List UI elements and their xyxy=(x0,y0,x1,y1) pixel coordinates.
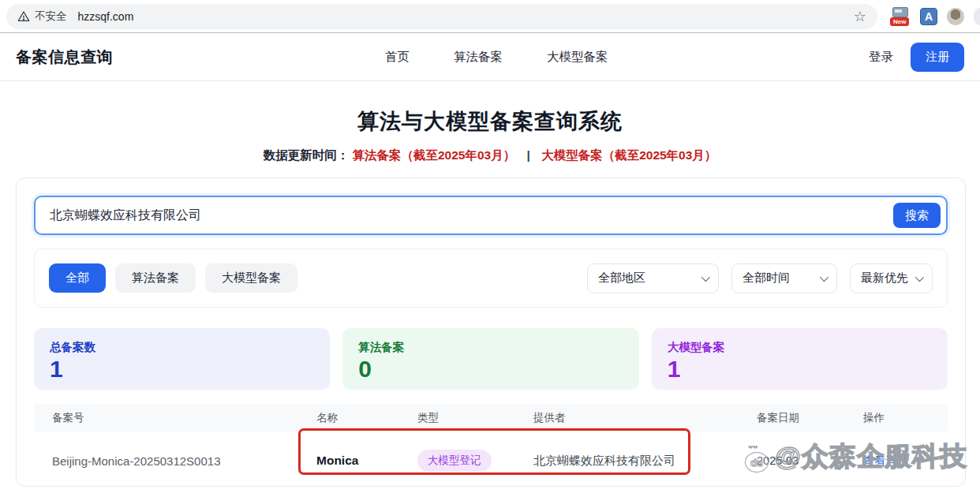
type-badge: 大模型登记 xyxy=(417,450,492,472)
region-dropdown[interactable]: 全部地区 xyxy=(587,263,719,293)
col-header-type: 类型 xyxy=(417,411,533,425)
stat-algorithm-value: 0 xyxy=(358,356,623,382)
time-dropdown-value: 全部时间 xyxy=(742,271,790,286)
security-label: 不安全 xyxy=(35,9,67,24)
hero-section: 算法与大模型备案查询系统 数据更新时间： 算法备案（截至2025年03月） | … xyxy=(0,81,980,164)
extension-a-icon[interactable]: A xyxy=(920,8,937,25)
cell-type: 大模型登记 xyxy=(417,450,533,472)
cell-date: 2025-03 xyxy=(757,454,863,467)
cell-provider: 北京蝴蝶效应科技有限公司 xyxy=(533,454,757,469)
nav-item-algorithm[interactable]: 算法备案 xyxy=(454,49,503,65)
filter-dropdowns: 全部地区 全部时间 最新优先 xyxy=(587,263,933,293)
extension-area: New A xyxy=(890,7,977,26)
nav-item-home[interactable]: 首页 xyxy=(385,49,410,65)
warning-icon xyxy=(17,10,30,23)
stat-total-label: 总备案数 xyxy=(50,340,314,355)
cell-record-id: Beijing-Monica-20250312S0013 xyxy=(34,454,316,468)
stat-algorithm-label: 算法备案 xyxy=(358,340,623,355)
col-header-id: 备案号 xyxy=(34,411,316,425)
tab-all[interactable]: 全部 xyxy=(49,263,106,293)
category-tabs: 全部 算法备案 大模型备案 xyxy=(49,263,297,293)
header-actions: 登录 注册 xyxy=(869,43,964,72)
site-logo[interactable]: 备案信息查询 xyxy=(16,47,113,68)
bookmark-star-icon[interactable]: ☆ xyxy=(854,8,866,25)
address-bar[interactable]: 不安全 hzzsqf.com ☆ xyxy=(6,4,877,29)
query-card: 北京蝴蝶效应科技有限公司 搜索 全部 算法备案 大模型备案 全部地区 全部时间 … xyxy=(16,177,966,487)
col-header-name: 名称 xyxy=(316,411,417,425)
stat-total-value: 1 xyxy=(50,356,314,382)
security-chip[interactable]: 不安全 xyxy=(17,9,67,24)
main-nav: 首页 算法备案 大模型备案 xyxy=(385,49,608,65)
stat-model: 大模型备案 1 xyxy=(652,328,948,390)
stats-row: 总备案数 1 算法备案 0 大模型备案 1 xyxy=(34,328,948,390)
stat-model-value: 1 xyxy=(668,356,932,382)
chevron-down-icon xyxy=(820,272,829,281)
table-header-row: 备案号 名称 类型 提供者 备案日期 操作 xyxy=(34,404,948,432)
page-title: 算法与大模型备案查询系统 xyxy=(0,107,980,136)
chevron-down-icon xyxy=(915,272,924,281)
login-link[interactable]: 登录 xyxy=(869,49,893,65)
nav-item-model[interactable]: 大模型备案 xyxy=(547,49,608,65)
search-button[interactable]: 搜索 xyxy=(893,203,941,228)
col-header-action: 操作 xyxy=(863,411,948,425)
filter-bar: 全部 算法备案 大模型备案 全部地区 全部时间 最新优先 xyxy=(34,248,948,308)
extension-new-icon[interactable]: New xyxy=(890,7,911,26)
results-table: 备案号 名称 类型 提供者 备案日期 操作 Beijing-Monica-202… xyxy=(34,404,948,489)
register-button[interactable]: 注册 xyxy=(911,43,964,72)
stat-total: 总备案数 1 xyxy=(34,328,330,390)
table-row: Beijing-Monica-20250312S0013 Monica 大模型登… xyxy=(34,432,948,489)
new-badge: New xyxy=(890,17,909,26)
tab-model[interactable]: 大模型备案 xyxy=(205,263,297,293)
edge-icon xyxy=(974,8,980,25)
extension-card-glyph xyxy=(892,7,908,17)
cell-name: Monica xyxy=(316,454,417,468)
search-input[interactable]: 北京蝴蝶效应科技有限公司 搜索 xyxy=(34,196,948,235)
sort-dropdown[interactable]: 最新优先 xyxy=(850,263,933,293)
stat-model-label: 大模型备案 xyxy=(668,340,932,355)
stat-algorithm: 算法备案 0 xyxy=(342,328,638,390)
view-detail-link[interactable]: 查看详情 xyxy=(863,454,909,467)
browser-bar: 不安全 hzzsqf.com ☆ New A xyxy=(0,0,980,33)
update-separator: | xyxy=(526,148,529,162)
sort-dropdown-value: 最新优先 xyxy=(861,271,908,286)
col-header-provider: 提供者 xyxy=(533,411,757,425)
profile-avatar[interactable] xyxy=(947,8,964,25)
url-text[interactable]: hzzsqf.com xyxy=(78,10,134,23)
time-dropdown[interactable]: 全部时间 xyxy=(731,263,837,293)
region-dropdown-value: 全部地区 xyxy=(598,271,645,286)
chevron-down-icon xyxy=(701,272,710,281)
tab-algorithm[interactable]: 算法备案 xyxy=(115,263,196,293)
update-algorithm: 算法备案（截至2025年03月） xyxy=(352,148,515,162)
update-model: 大模型备案（截至2025年03月） xyxy=(541,148,716,162)
search-input-value: 北京蝴蝶效应科技有限公司 xyxy=(50,207,201,224)
col-header-date: 备案日期 xyxy=(757,411,863,425)
update-prefix: 数据更新时间： xyxy=(264,148,350,162)
site-header: 备案信息查询 首页 算法备案 大模型备案 登录 注册 xyxy=(0,33,980,81)
update-time-line: 数据更新时间： 算法备案（截至2025年03月） | 大模型备案（截至2025年… xyxy=(0,148,980,164)
